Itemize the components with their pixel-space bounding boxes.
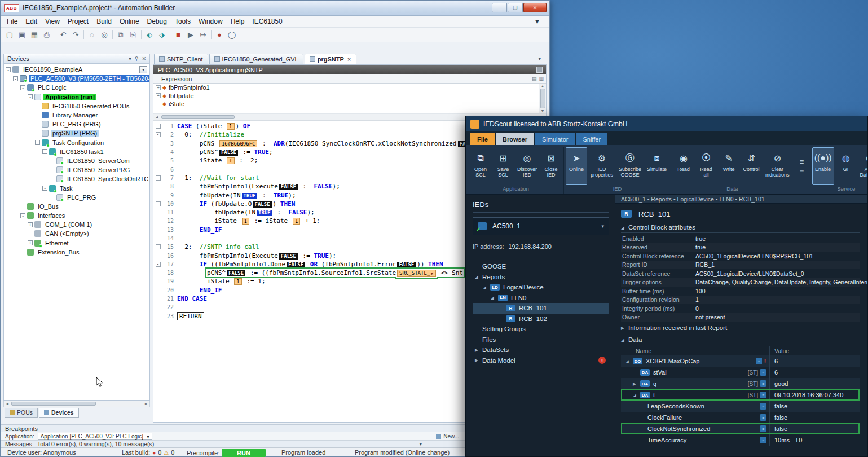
fold-icon[interactable]: - xyxy=(156,201,161,206)
ab-title-bar[interactable]: ABB IEC61850_ExampleA.project* - Automat… xyxy=(1,1,549,16)
print-icon[interactable]: ⎙ xyxy=(42,30,51,39)
tree-item-plc-logic[interactable]: -PLC Logic xyxy=(4,83,149,92)
scroll-thumb[interactable] xyxy=(540,89,545,108)
add-dataset-button[interactable]: ⊕Add DataSet xyxy=(858,147,868,185)
generate-icon[interactable]: ⬗ xyxy=(157,30,166,39)
fold-icon[interactable]: - xyxy=(156,124,161,129)
tree-item-application-run[interactable]: -Application [run] xyxy=(4,93,149,102)
devices-panel-header[interactable]: Devices ▾ ⚲ ✕ xyxy=(3,54,150,64)
copy-icon[interactable]: ⧉ xyxy=(116,30,125,39)
tab-simulator[interactable]: Simulator xyxy=(535,133,575,145)
watch-expression-fbupdate[interactable]: +◆fbUpdate xyxy=(153,92,546,100)
menu-tools[interactable]: Tools xyxy=(171,16,195,27)
tree-item-io-bus[interactable]: IO_Bus xyxy=(4,202,149,211)
devices-hscrollbar[interactable]: ◄ ► xyxy=(3,401,150,407)
ied-tree-rcb-101[interactable]: RRCB_101 xyxy=(473,303,609,314)
section-control-block-attributes[interactable]: ◢ Control Block attributes xyxy=(621,222,860,233)
scroll-thumb[interactable] xyxy=(11,402,96,406)
tab-sntp-client[interactable]: SNTP_Client xyxy=(154,54,208,64)
ied-tree-setting-groups[interactable]: Setting Groups xyxy=(473,324,609,335)
tree-item-library-manager[interactable]: Library Manager xyxy=(4,111,149,120)
application-combobox[interactable]: Application [PLC_AC500_V3: PLC Logic] ▾ xyxy=(38,433,152,440)
watch-vscrollbar[interactable]: ▲ ▼ xyxy=(539,84,546,113)
save-icon[interactable]: ▦ xyxy=(30,30,39,39)
subscribe-goose-button[interactable]: ⒼSubscribe GOOSE xyxy=(616,147,644,185)
tab-devices[interactable]: Devices xyxy=(39,408,79,418)
paste-icon[interactable]: ⎘ xyxy=(129,30,138,39)
stop-icon[interactable]: ■ xyxy=(174,30,183,39)
menu-project[interactable]: Project xyxy=(64,16,92,27)
maximize-button[interactable]: ❐ xyxy=(508,3,523,12)
menu-online[interactable]: Online xyxy=(116,16,143,27)
collapse-icon[interactable]: - xyxy=(6,67,11,72)
tree-item-iec61850-syncclockonrtc[interactable]: IEC61850_SyncClockOnRTC xyxy=(4,174,149,183)
scroll-thumb[interactable] xyxy=(161,115,235,119)
collapse-icon[interactable]: - xyxy=(20,85,25,90)
save-scl-button[interactable]: ⊞Save SCL xyxy=(492,147,514,185)
scroll-up-icon[interactable]: ▲ xyxy=(541,84,545,88)
ied-tree-goose[interactable]: GOOSE xyxy=(473,261,609,272)
menu-build[interactable]: Build xyxy=(92,16,116,27)
tree-item-can-empty[interactable]: CAN (<Empty>) xyxy=(4,229,149,238)
menu-debug[interactable]: Debug xyxy=(143,16,171,27)
menu-view[interactable]: View xyxy=(41,16,64,27)
split-view-icon[interactable]: ▤ xyxy=(532,76,537,81)
menu-edit[interactable]: Edit xyxy=(21,16,41,27)
write-button[interactable]: ✎Write xyxy=(718,147,739,185)
collapse-icon[interactable]: - xyxy=(28,94,33,99)
data-row-q[interactable]: ▶DAq[ST]good xyxy=(621,378,860,389)
device-combo-icon[interactable]: ▾ xyxy=(139,66,147,73)
discover-ied-button[interactable]: ◎Discover IED xyxy=(515,147,539,185)
messages-dropdown-icon[interactable]: ▾ xyxy=(419,441,422,447)
read-button[interactable]: ◉Read xyxy=(673,147,694,185)
tab-sniffer[interactable]: Sniffer xyxy=(576,133,607,145)
ied-tree-rcb-102[interactable]: RRCB_102 xyxy=(473,314,609,324)
doc-view-icon[interactable]: ▥ xyxy=(539,76,544,81)
expander-open-icon[interactable]: ◢ xyxy=(475,274,482,279)
goose-monitor-button[interactable]: ≣ xyxy=(796,167,808,175)
build-icon[interactable]: ⬖ xyxy=(145,30,154,39)
tree-item-task-configuration[interactable]: -Task Configuration xyxy=(4,138,149,147)
collapse-icon[interactable]: - xyxy=(42,149,47,154)
ied-tree-data-model[interactable]: ▶Data Model! xyxy=(473,355,609,366)
expand-icon[interactable]: + xyxy=(28,240,33,245)
data-row-timeaccuracy[interactable]: TimeAccuracy10ms - T0 xyxy=(621,434,860,446)
ied-tree-reports[interactable]: ◢Reports xyxy=(473,272,609,283)
close-button[interactable]: ✕ xyxy=(523,3,547,12)
watch-expression-fbpmsntpinfo1[interactable]: +◆fbPmSntpInfo1 xyxy=(153,84,546,92)
ied-tree-files[interactable]: Files xyxy=(473,335,609,345)
ied-tree-datasets[interactable]: ▶DataSets xyxy=(473,345,609,355)
watch-expression-istate[interactable]: ◆iState xyxy=(153,100,546,108)
collapse-icon[interactable]: - xyxy=(42,186,47,191)
data-row-clocknotsynchronized[interactable]: ClockNotSynchronizedfalse xyxy=(621,423,860,434)
menu-window[interactable]: Window xyxy=(195,16,227,27)
data-row-clockfailure[interactable]: ClockFailurefalse xyxy=(621,412,860,423)
minimize-button[interactable]: – xyxy=(492,3,507,12)
tree-item-iec61850-generated-pous[interactable]: IEC61850 Generated POUs xyxy=(4,102,149,111)
online-config-icon[interactable]: ◯ xyxy=(227,30,236,39)
ied-properties-button[interactable]: ⚙IED properties xyxy=(588,147,615,185)
tree-item-iec61850-servercom[interactable]: IEC61850_ServerCom xyxy=(4,156,149,165)
menu-file[interactable]: File xyxy=(3,16,21,27)
tree-item-prgsntp-prg[interactable]: prgSNTP (PRG) xyxy=(4,129,149,138)
close-panel-icon[interactable]: ✕ xyxy=(142,56,146,61)
tree-item-ethernet[interactable]: +Ethernet xyxy=(4,239,149,248)
new-breakpoint-button[interactable]: New... xyxy=(436,433,459,440)
scroll-left-icon[interactable]: ◄ xyxy=(4,402,11,406)
fold-icon[interactable]: - xyxy=(156,262,161,267)
gi-button[interactable]: ◍GI xyxy=(835,147,857,185)
ied-selector[interactable]: AC500_1 ▾ xyxy=(473,217,609,235)
editor-panel-icon[interactable] xyxy=(536,67,543,73)
data-row-stval[interactable]: DAstVal[ST]6 xyxy=(621,367,860,378)
tree-item-plc-prg-prg[interactable]: PLC_PRG (PRG) xyxy=(4,120,149,129)
expander-open-icon[interactable]: ◢ xyxy=(483,285,490,290)
tree-item-iec61850task1[interactable]: -IEC61850Task1 xyxy=(4,147,149,156)
enable-button[interactable]: ((●))Enable xyxy=(812,147,834,185)
tree-item-extension-bus[interactable]: Extension_Bus xyxy=(4,248,149,257)
fold-icon[interactable]: - xyxy=(156,132,161,137)
tab-pous[interactable]: POUs xyxy=(5,408,38,418)
scroll-left-icon[interactable]: ◄ xyxy=(153,115,160,119)
tab-list-dropdown-icon[interactable]: ▾ xyxy=(538,56,541,61)
tree-item-interfaces[interactable]: -Interfaces xyxy=(4,211,149,220)
expander-closed-icon[interactable]: ▶ xyxy=(475,348,482,353)
